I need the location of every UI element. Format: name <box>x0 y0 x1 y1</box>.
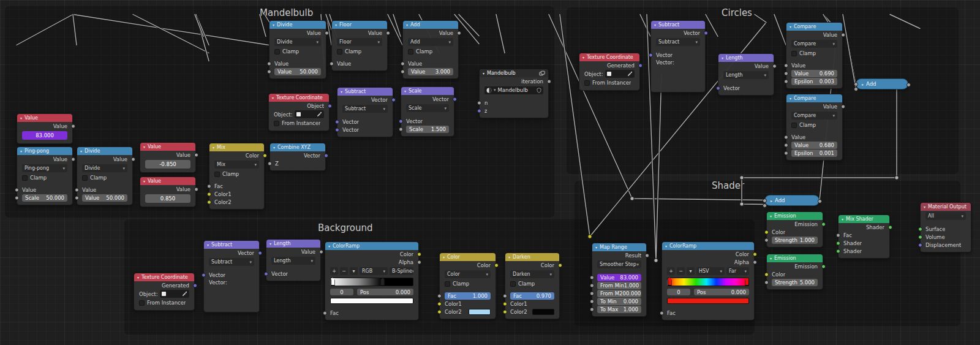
node-darken[interactable]: ▾DarkenColorDarken▾ClampFac0.970Color1Co… <box>505 252 560 319</box>
socket-in-value[interactable] <box>784 143 788 147</box>
socket-out-shader[interactable] <box>888 225 892 229</box>
node-texco1[interactable]: ▾Texture CoordinateObjectObject:From Ins… <box>268 93 330 131</box>
collapse-icon[interactable]: ▾ <box>582 55 584 59</box>
socket-in-vector[interactable] <box>649 53 653 57</box>
socket-in-displacement[interactable] <box>918 243 922 247</box>
ramp-mode-dropdown[interactable]: HSV▾ <box>696 267 725 275</box>
slider-fac[interactable]: Fac1.000 <box>445 292 491 300</box>
socket-in-shader[interactable] <box>836 249 840 253</box>
socket-in-from-min[interactable] <box>590 283 594 287</box>
socket-out-value[interactable] <box>841 32 845 37</box>
collapse-icon[interactable]: ▾ <box>273 145 275 150</box>
slider-to-min[interactable]: To Min0.000 <box>597 298 641 305</box>
fake-user-shield-icon[interactable] <box>537 88 541 93</box>
object-field[interactable] <box>160 290 189 298</box>
collapse-icon[interactable]: ▾ <box>924 205 925 209</box>
node-value3[interactable]: ▾ValueValue0.850 <box>140 176 196 207</box>
node-comb[interactable]: ▾Combine XYZVectorZ <box>270 143 326 171</box>
socket-in-value[interactable] <box>401 69 405 74</box>
socket-out-value[interactable] <box>131 157 135 161</box>
socket-out-0[interactable] <box>907 83 911 87</box>
collapse-icon[interactable]: ▾ <box>790 96 791 100</box>
dropdown-subtract[interactable]: Subtract▾ <box>342 105 388 113</box>
socket-in-color1[interactable] <box>207 192 211 196</box>
socket-in-fac[interactable] <box>660 311 664 315</box>
collapse-icon[interactable]: ▾ <box>20 149 22 153</box>
checkbox-clamp[interactable] <box>445 281 450 287</box>
object-field[interactable] <box>605 70 635 78</box>
node-header[interactable]: ▾Material Output <box>921 203 971 211</box>
ramp-index-field[interactable]: 0 <box>330 289 353 295</box>
node-mand[interactable]: ▾Mandelbulbiteration▾Mandelbulbnz <box>479 69 549 118</box>
socket-out-alpha[interactable] <box>417 260 421 264</box>
socket-in-fac[interactable] <box>437 294 442 298</box>
node-cmp1[interactable]: ▾CompareValueCompare▾ClampValueValue0.69… <box>786 22 843 89</box>
socket-out-value[interactable] <box>319 249 323 254</box>
ramp-delete-button[interactable]: − <box>340 267 348 275</box>
socket-out-color[interactable] <box>263 153 267 157</box>
node-cr2[interactable]: ▾ColorRampColorAlpha+−▾HSV▾Far▾0Pos0.000… <box>662 241 755 320</box>
node-header[interactable]: ▾Divide <box>270 21 326 29</box>
socket-in-vector[interactable] <box>399 119 403 123</box>
node-header[interactable]: ▾Ping-pong <box>17 147 72 155</box>
socket-in-color1[interactable] <box>503 301 507 306</box>
slider-scale[interactable]: Scale50.000 <box>22 194 67 202</box>
node-value2[interactable]: ▾ValueValue-0.850 <box>140 142 196 173</box>
ramp-interpolation-dropdown[interactable]: B-Spline▾ <box>390 267 413 275</box>
slider-value[interactable]: Value50.000 <box>274 68 321 75</box>
node-header[interactable]: ▾Emission <box>767 254 823 262</box>
socket-in-0[interactable] <box>854 82 858 86</box>
expand-icon[interactable]: ▸ <box>862 82 864 86</box>
node-header[interactable]: ▾Mix <box>209 143 264 151</box>
dropdown-smoother-step[interactable]: Smoother Step▾ <box>597 260 641 268</box>
node-cr1[interactable]: ▾ColorRampColorAlpha+−▾RGB▾B-Spline▾0Pos… <box>325 241 419 320</box>
collapse-icon[interactable]: ▾ <box>665 244 667 248</box>
collapse-icon[interactable]: ▾ <box>335 23 337 27</box>
ramp-delete-button[interactable]: − <box>677 267 685 275</box>
collapse-icon[interactable]: ▾ <box>143 145 145 149</box>
slider-strength[interactable]: Strength5.000 <box>772 279 818 286</box>
socket-in-1[interactable] <box>854 87 858 91</box>
socket-in-value[interactable] <box>784 71 788 75</box>
ramp-add-button[interactable]: + <box>330 267 338 275</box>
node-divide2[interactable]: ▾DivideValueDivide▾ClampValueValue50.000 <box>77 146 133 205</box>
node-divide1[interactable]: ▾DivideValueDivide▾ClampValueValue50.000 <box>269 20 326 79</box>
socket-out-value[interactable] <box>71 124 75 128</box>
socket-in-value[interactable] <box>401 61 405 66</box>
collapse-icon[interactable]: ▾ <box>595 245 597 249</box>
socket-out-result[interactable] <box>645 253 649 257</box>
checkbox-from-instancer[interactable] <box>274 121 279 126</box>
collapse-icon[interactable]: ▾ <box>341 89 342 94</box>
socket-in-color[interactable] <box>764 272 769 276</box>
socket-in-fac[interactable] <box>323 311 327 315</box>
object-field[interactable] <box>295 110 324 118</box>
socket-in-shader[interactable] <box>836 241 840 245</box>
socket-in-scale[interactable] <box>399 127 403 131</box>
socket-in-n[interactable] <box>477 100 481 105</box>
socket-out-value[interactable] <box>325 31 329 35</box>
ramp-position-field[interactable]: Pos0.000 <box>357 289 413 295</box>
node-mat[interactable]: ▾Material OutputAll▾SurfaceVolumeDisplac… <box>920 202 971 252</box>
collapse-icon[interactable]: ▾ <box>404 89 406 93</box>
socket-in-vector[interactable] <box>335 119 339 124</box>
slider-value[interactable]: Value3.000 <box>408 68 453 75</box>
ramp-index-field[interactable]: 0 <box>667 289 690 295</box>
socket-in-color2[interactable] <box>207 200 211 204</box>
socket-in-from-m[interactable] <box>590 291 594 295</box>
collapse-icon[interactable]: ▾ <box>273 23 274 27</box>
checkbox-from-instancer[interactable] <box>584 80 590 86</box>
node-pill_add2[interactable]: ▸Add <box>764 195 820 206</box>
node-mapr[interactable]: ▾Map RangeResultSmoother Step▾Value83.00… <box>592 243 647 317</box>
socket-out-0[interactable] <box>818 199 822 203</box>
checkbox-clamp[interactable] <box>82 175 88 181</box>
reroute-node-4[interactable] <box>895 176 899 180</box>
node-len2[interactable]: ▾LengthValueLength▾Vector <box>266 239 321 281</box>
socket-in-value[interactable] <box>75 188 79 192</box>
node-header[interactable]: ▾Texture Coordinate <box>269 94 329 102</box>
dropdown-divide[interactable]: Divide▾ <box>82 164 127 172</box>
socket-in-value[interactable] <box>784 63 788 67</box>
ramp-mode-dropdown[interactable]: RGB▾ <box>360 267 388 275</box>
node-editor-canvas[interactable]: MandelbulbCirclesShaderBackground▾ValueV… <box>0 0 980 345</box>
socket-out-vector[interactable] <box>391 97 396 102</box>
eyedropper-icon[interactable] <box>627 71 633 77</box>
